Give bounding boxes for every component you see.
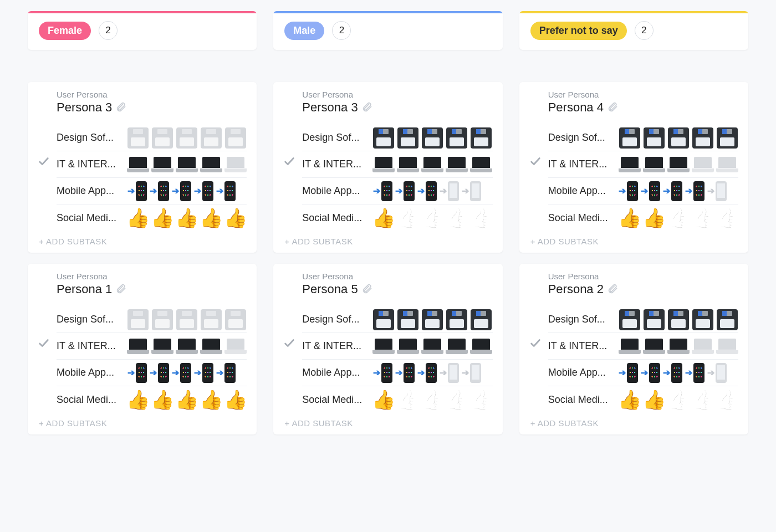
- laptop-icon: [618, 153, 641, 176]
- thumb-icon: 👍: [200, 206, 223, 229]
- complete-check-icon[interactable]: [283, 155, 295, 170]
- add-subtask-button[interactable]: + ADD SUBTASK: [38, 418, 247, 428]
- complete-check-icon[interactable]: [38, 337, 50, 351]
- rating-design[interactable]: [126, 125, 247, 151]
- thumb-icon: 👍: [151, 206, 174, 229]
- column-header[interactable]: Female 2: [28, 11, 257, 50]
- phone-icon: ➔: [461, 180, 482, 203]
- rating-mobile[interactable]: ➔➔➔➔➔: [372, 360, 482, 386]
- laptop-icon: [445, 153, 468, 176]
- card-title[interactable]: Persona 5: [302, 282, 358, 296]
- metric-label: Social Medi...: [302, 212, 370, 224]
- rating-mobile[interactable]: ➔➔➔➔➔: [126, 178, 236, 204]
- column-title-pill[interactable]: Female: [39, 22, 91, 40]
- rating-social[interactable]: 👍👍👍👍👍: [618, 386, 739, 413]
- persona-card[interactable]: User Persona Persona 1 Design Sof... IT …: [28, 264, 257, 434]
- attachment-icon[interactable]: [361, 283, 372, 296]
- persona-card[interactable]: User Persona Persona 3 Design Sof... IT …: [28, 82, 257, 253]
- attachment-icon[interactable]: [115, 283, 126, 296]
- card-title[interactable]: Persona 2: [548, 282, 604, 296]
- metric-label: Design Sof...: [548, 314, 616, 325]
- phone-icon: ➔: [707, 361, 728, 385]
- complete-check-icon[interactable]: [283, 337, 295, 351]
- phone-icon: ➔: [685, 180, 706, 203]
- column-prefer-not: Prefer not to say 2 User Persona Persona…: [519, 11, 748, 434]
- metric-label: Mobile App...: [302, 367, 370, 378]
- rating-it[interactable]: [618, 151, 739, 177]
- metric-it: IT & INTER...: [548, 151, 738, 178]
- metric-design: Design Sof...: [302, 306, 492, 333]
- metric-design: Design Sof...: [548, 125, 738, 151]
- phone-icon: ➔: [394, 180, 415, 203]
- rating-design[interactable]: [618, 125, 739, 151]
- floppy-icon: [642, 308, 666, 331]
- laptop-icon: [372, 153, 395, 176]
- rating-design[interactable]: [618, 306, 739, 332]
- rating-social[interactable]: 👍👍👍👍👍: [372, 204, 493, 231]
- rating-mobile[interactable]: ➔➔➔➔➔: [372, 178, 482, 204]
- phone-icon: ➔: [685, 361, 706, 385]
- column-title-pill[interactable]: Prefer not to say: [530, 22, 627, 40]
- thumb-icon: 👍: [224, 388, 247, 411]
- floppy-icon: [421, 126, 444, 150]
- thumb-icon: 👍: [200, 388, 223, 411]
- metric-design: Design Sof...: [57, 125, 247, 151]
- attachment-icon[interactable]: [115, 101, 126, 114]
- attachment-icon[interactable]: [607, 101, 618, 114]
- thumb-icon: 👍: [151, 388, 174, 411]
- attachment-icon[interactable]: [361, 101, 372, 114]
- complete-check-icon[interactable]: [529, 337, 542, 351]
- rating-mobile[interactable]: ➔➔➔➔➔: [126, 360, 236, 386]
- metric-it: IT & INTER...: [302, 333, 492, 360]
- rating-mobile[interactable]: ➔➔➔➔➔: [618, 178, 728, 204]
- attachment-icon[interactable]: [607, 283, 618, 296]
- add-subtask-button[interactable]: + ADD SUBTASK: [283, 237, 492, 246]
- complete-check-icon[interactable]: [38, 155, 50, 170]
- rating-it[interactable]: [372, 151, 493, 177]
- column-header[interactable]: Male 2: [273, 11, 502, 50]
- metric-label: IT & INTER...: [548, 158, 616, 170]
- thumb-icon: 👍: [421, 388, 444, 411]
- add-subtask-button[interactable]: + ADD SUBTASK: [38, 237, 247, 246]
- rating-it[interactable]: [126, 151, 247, 177]
- add-subtask-button[interactable]: + ADD SUBTASK: [283, 418, 492, 428]
- thumb-icon: 👍: [396, 206, 420, 229]
- add-subtask-button[interactable]: + ADD SUBTASK: [529, 418, 738, 428]
- rating-social[interactable]: 👍👍👍👍👍: [126, 204, 247, 231]
- kanban-board: Female 2 User Persona Persona 3 Design S…: [28, 11, 748, 434]
- rating-design[interactable]: [372, 306, 493, 332]
- rating-it[interactable]: [372, 333, 493, 359]
- metric-design: Design Sof...: [302, 125, 492, 151]
- column-header[interactable]: Prefer not to say 2: [519, 11, 748, 50]
- card-title[interactable]: Persona 4: [548, 100, 604, 115]
- column-title-pill[interactable]: Male: [284, 22, 324, 40]
- laptop-icon: [175, 335, 198, 358]
- floppy-icon: [200, 126, 223, 150]
- card-title[interactable]: Persona 3: [302, 100, 358, 115]
- floppy-icon: [667, 308, 690, 331]
- thumb-icon: 👍: [224, 206, 247, 229]
- persona-card[interactable]: User Persona Persona 5 Design Sof... IT …: [273, 264, 502, 434]
- rating-mobile[interactable]: ➔➔➔➔➔: [618, 360, 728, 386]
- persona-card[interactable]: User Persona Persona 4 Design Sof... IT …: [519, 82, 748, 253]
- rating-design[interactable]: [372, 125, 493, 151]
- metric-label: Design Sof...: [57, 314, 124, 325]
- complete-check-icon[interactable]: [529, 155, 542, 170]
- laptop-icon: [618, 335, 641, 358]
- phone-icon: ➔: [438, 361, 460, 385]
- rating-design[interactable]: [126, 306, 247, 332]
- persona-card[interactable]: User Persona Persona 3 Design Sof... IT …: [273, 82, 502, 253]
- rating-social[interactable]: 👍👍👍👍👍: [618, 204, 739, 231]
- add-subtask-button[interactable]: + ADD SUBTASK: [529, 237, 738, 246]
- rating-it[interactable]: [126, 333, 247, 359]
- card-title[interactable]: Persona 1: [57, 282, 112, 296]
- metric-mobile: Mobile App... ➔➔➔➔➔: [57, 178, 247, 204]
- laptop-icon: [224, 335, 247, 358]
- rating-it[interactable]: [618, 333, 739, 359]
- card-category: User Persona: [548, 272, 738, 281]
- card-title[interactable]: Persona 3: [57, 100, 112, 115]
- laptop-icon: [642, 335, 666, 358]
- persona-card[interactable]: User Persona Persona 2 Design Sof... IT …: [519, 264, 748, 434]
- rating-social[interactable]: 👍👍👍👍👍: [372, 386, 493, 413]
- rating-social[interactable]: 👍👍👍👍👍: [126, 386, 247, 413]
